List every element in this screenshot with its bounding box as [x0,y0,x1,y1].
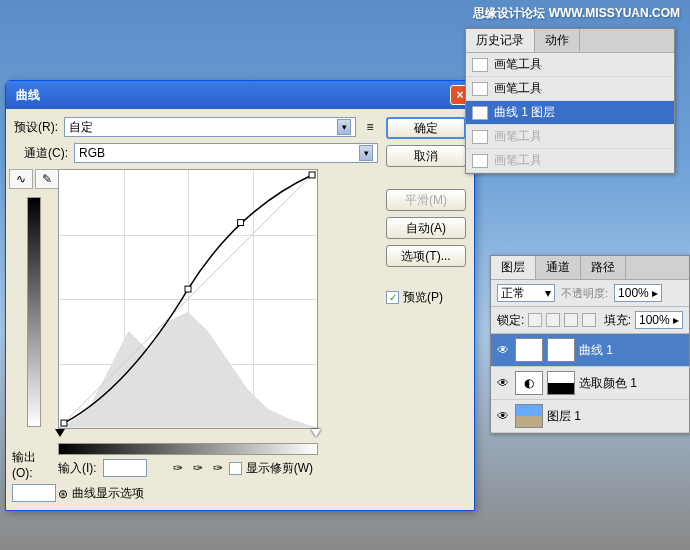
history-item[interactable]: 曲线 1 图层 [466,101,674,125]
chevron-down-icon: ▾ [359,145,373,161]
svg-rect-3 [238,220,244,226]
history-item-label: 画笔工具 [494,56,542,73]
preset-label: 预设(R): [14,119,58,136]
watermark-text: 思缘设计论坛 WWW.MISSYUAN.COM [473,5,680,22]
svg-rect-1 [61,420,67,426]
chevron-down-icon: ▾ [545,286,551,300]
history-panel: 历史记录 动作 画笔工具 画笔工具 曲线 1 图层 画笔工具 画笔工具 [465,28,675,174]
channel-label: 通道(C): [24,145,68,162]
preview-label: 预览(P) [403,289,443,306]
lock-label: 锁定: [497,312,524,329]
history-list: 画笔工具 画笔工具 曲线 1 图层 画笔工具 画笔工具 [466,53,674,173]
channel-value: RGB [79,146,105,160]
layer-name: 图层 1 [547,408,581,425]
history-item-label: 画笔工具 [494,152,542,169]
ok-button[interactable]: 确定 [386,117,466,139]
preset-value: 自定 [69,119,93,136]
eyedropper-white-icon[interactable]: ✑ [213,461,223,475]
opacity-label: 不透明度: [561,286,608,301]
mask-thumb[interactable] [547,338,575,362]
opacity-input[interactable]: 100%▸ [614,284,662,302]
opacity-value: 100% [618,286,649,300]
svg-rect-2 [185,286,191,292]
tab-channels[interactable]: 通道 [536,256,581,279]
tab-layers[interactable]: 图层 [491,256,536,279]
visibility-icon[interactable]: 👁 [495,343,511,357]
chevron-down-icon: ▾ [337,119,351,135]
curve-graph[interactable] [58,169,318,429]
expand-chevron-icon[interactable]: ⊛ [58,487,68,501]
output-input[interactable] [12,484,56,502]
input-input[interactable] [103,459,147,477]
svg-rect-4 [309,172,315,178]
history-item[interactable]: 画笔工具 [466,77,674,101]
history-item-label: 画笔工具 [494,80,542,97]
output-gradient [27,197,41,427]
adjustment-thumb: ◐ [515,371,543,395]
expand-label: 曲线显示选项 [72,485,144,502]
options-button[interactable]: 选项(T)... [386,245,466,267]
input-label: 输入(I): [58,460,97,477]
layer-name: 曲线 1 [579,342,613,359]
show-clip-label: 显示修剪(W) [246,460,313,477]
preset-menu-icon[interactable]: ≡ [362,119,378,135]
history-item-label: 画笔工具 [494,128,542,145]
layer-name: 选取颜色 1 [579,375,637,392]
tab-actions[interactable]: 动作 [535,29,580,52]
black-point-slider[interactable] [55,429,65,437]
smooth-button: 平滑(M) [386,189,466,211]
brush-icon [472,82,488,96]
history-item[interactable]: 画笔工具 [466,149,674,173]
layer-row[interactable]: 👁 图层 1 [491,400,689,433]
history-item-label: 曲线 1 图层 [494,104,555,121]
fill-label: 填充: [604,312,631,329]
visibility-icon[interactable]: 👁 [495,409,511,423]
layer-row[interactable]: 👁 ◐ 选取颜色 1 [491,367,689,400]
fill-value: 100% [639,313,670,327]
layer-icon [472,106,488,120]
brush-icon [472,154,488,168]
tab-paths[interactable]: 路径 [581,256,626,279]
output-label: 输出(O): [12,449,56,480]
layers-panel: 图层 通道 路径 正常▾ 不透明度: 100%▸ 锁定: 填充: 100%▸ 👁… [490,255,690,434]
curve-path [59,170,317,428]
eyedropper-black-icon[interactable]: ✑ [173,461,183,475]
tab-history[interactable]: 历史记录 [466,29,535,52]
lock-position-icon[interactable] [564,313,578,327]
layer-thumb [515,404,543,428]
fill-input[interactable]: 100%▸ [635,311,683,329]
curves-dialog: 曲线 × 预设(R): 自定 ▾ ≡ 通道(C): RGB ▾ [5,80,475,511]
adjustment-thumb: ◐ [515,338,543,362]
preset-dropdown[interactable]: 自定 ▾ [64,117,356,137]
history-item[interactable]: 画笔工具 [466,125,674,149]
svg-line-0 [59,170,317,428]
curve-pencil-tool[interactable]: ✎ [35,169,59,189]
brush-icon [472,130,488,144]
dialog-titlebar[interactable]: 曲线 × [6,81,474,109]
mask-thumb[interactable] [547,371,575,395]
auto-button[interactable]: 自动(A) [386,217,466,239]
curve-point-tool[interactable]: ∿ [9,169,33,189]
channel-dropdown[interactable]: RGB ▾ [74,143,378,163]
lock-all-icon[interactable] [582,313,596,327]
blend-mode-dropdown[interactable]: 正常▾ [497,284,555,302]
input-gradient [58,443,318,455]
show-clip-checkbox[interactable] [229,462,242,475]
layer-row[interactable]: 👁 ◐ 曲线 1 [491,334,689,367]
dialog-title: 曲线 [16,87,450,104]
brush-icon [472,58,488,72]
white-point-slider[interactable] [311,429,321,437]
preview-checkbox[interactable]: ✓ [386,291,399,304]
lock-pixels-icon[interactable] [546,313,560,327]
visibility-icon[interactable]: 👁 [495,376,511,390]
cancel-button[interactable]: 取消 [386,145,466,167]
lock-transparent-icon[interactable] [528,313,542,327]
history-item[interactable]: 画笔工具 [466,53,674,77]
blend-mode-value: 正常 [501,285,525,302]
eyedropper-gray-icon[interactable]: ✑ [193,461,203,475]
